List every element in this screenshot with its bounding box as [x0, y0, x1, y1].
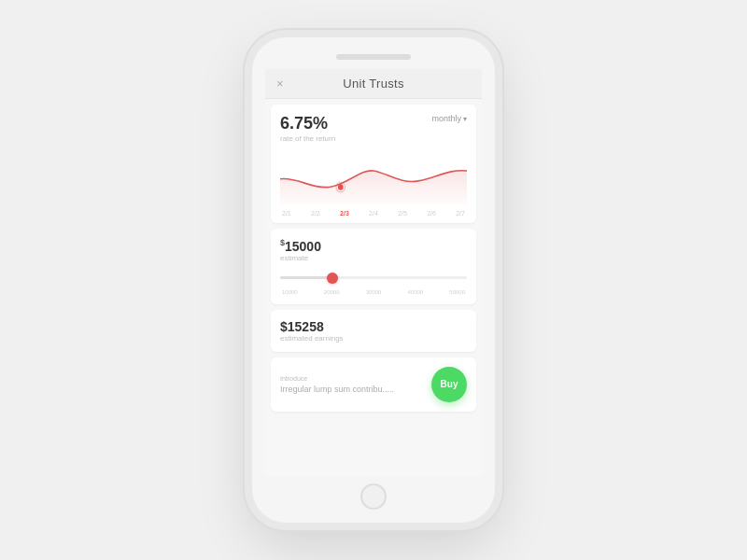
- chart-svg: [280, 148, 467, 204]
- phone-screen: × Unit Trusts 6.75% rate of the return m…: [265, 69, 482, 476]
- slider-fill: [280, 276, 332, 279]
- tick-3: 30000: [366, 289, 382, 295]
- estimate-amount: $15000: [280, 238, 467, 254]
- page-title: Unit Trusts: [343, 77, 403, 91]
- slider-wrapper[interactable]: [280, 270, 467, 287]
- chart-dot: [338, 184, 344, 190]
- chart-card: 6.75% rate of the return monthly: [271, 105, 476, 223]
- introduce-card: Introduce Irregular lump sum contribu...…: [271, 357, 476, 412]
- rate-label: rate of the return: [280, 134, 335, 143]
- chart-label-4: 2/4: [369, 210, 378, 217]
- earnings-currency: $: [280, 319, 288, 334]
- content-area: 6.75% rate of the return monthly: [265, 99, 482, 476]
- page-header: × Unit Trusts: [265, 69, 482, 99]
- buy-button[interactable]: Buy: [431, 367, 467, 402]
- chart-label-3-active: 2/3: [340, 210, 349, 217]
- slider-thumb[interactable]: [327, 273, 338, 284]
- estimate-label: estimate: [280, 254, 467, 262]
- phone-frame: × Unit Trusts 6.75% rate of the return m…: [252, 37, 495, 523]
- rate-value: 6.75%: [280, 114, 335, 133]
- period-selector[interactable]: monthly: [431, 114, 467, 123]
- tick-5: 50000: [449, 289, 465, 295]
- rate-info: 6.75% rate of the return: [280, 114, 335, 143]
- earnings-amount: $15258: [280, 319, 467, 334]
- chart-label-5: 2/5: [398, 210, 407, 217]
- chart-container: 2/1 2/2 2/3 2/4 2/5 2/6 2/7: [280, 148, 467, 214]
- tick-1: 10000: [282, 289, 298, 295]
- tick-2: 20000: [324, 289, 340, 295]
- chart-label-1: 2/1: [282, 210, 291, 217]
- earnings-card: $15258 estimated earnings: [271, 310, 476, 352]
- slider-track: [280, 276, 467, 279]
- introduce-text-block: Introduce Irregular lump sum contribu...…: [280, 375, 424, 394]
- earnings-label: estimated earnings: [280, 334, 467, 343]
- slider-ticks: 10000 20000 30000 40000 50000: [280, 289, 467, 295]
- estimate-card: $15000 estimate 10000 20000 30000 40000 …: [271, 229, 476, 304]
- phone-speaker: [336, 54, 411, 60]
- chart-labels: 2/1 2/2 2/3 2/4 2/5 2/6 2/7: [280, 210, 467, 217]
- chart-label-6: 2/6: [427, 210, 436, 217]
- home-button[interactable]: [360, 483, 387, 510]
- chart-label-7: 2/7: [456, 210, 465, 217]
- chart-header: 6.75% rate of the return monthly: [280, 114, 467, 143]
- tick-4: 40000: [407, 289, 423, 295]
- introduce-label: Introduce: [280, 375, 424, 382]
- chart-label-2: 2/2: [311, 210, 320, 217]
- introduce-text: Irregular lump sum contribu.....: [280, 385, 424, 394]
- close-button[interactable]: ×: [276, 77, 284, 91]
